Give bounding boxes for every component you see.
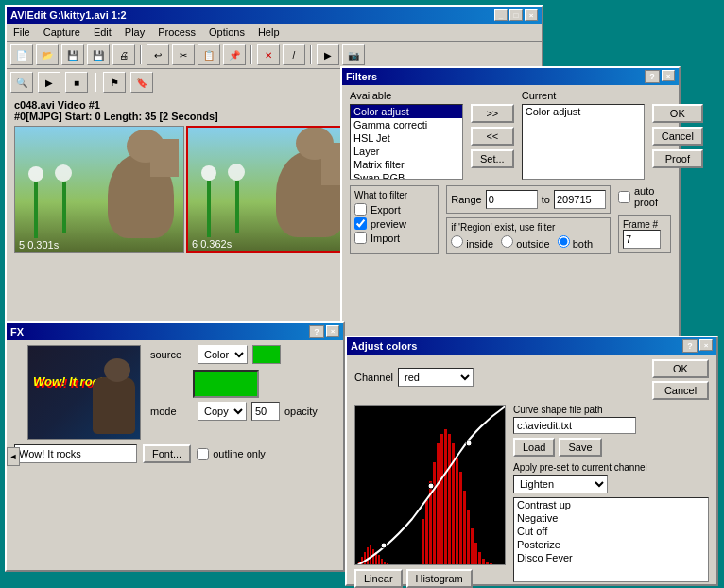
available-item-3[interactable]: Layer	[351, 145, 462, 158]
fx-close-button[interactable]: ×	[326, 325, 339, 337]
range-from-input[interactable]	[486, 190, 538, 209]
inside-radio[interactable]	[451, 235, 463, 248]
import-checkbox[interactable]	[354, 232, 367, 244]
menu-process[interactable]: Process	[155, 26, 198, 39]
frame-input[interactable]	[623, 230, 661, 249]
outline-row: outline only	[197, 448, 266, 460]
preset-item-4[interactable]: Disco Fever	[514, 551, 708, 564]
svg-rect-18	[440, 434, 443, 565]
fx-help-button[interactable]: ?	[309, 325, 324, 338]
mode-select[interactable]: Copy	[198, 402, 247, 421]
print-button[interactable]: 🖨	[112, 44, 135, 65]
close-button[interactable]: ×	[525, 9, 538, 21]
channel-select[interactable]: red	[398, 368, 474, 387]
camera-button[interactable]: 📷	[342, 44, 365, 65]
outline-checkbox[interactable]	[197, 448, 209, 460]
menu-help[interactable]: Help	[255, 26, 283, 39]
delete-button[interactable]: ✕	[257, 44, 280, 65]
presets-listbox[interactable]: Contrast up Negative Cut off Posterize D…	[513, 497, 709, 582]
histogram-area[interactable]	[354, 405, 506, 565]
filters-ok-button[interactable]: OK	[652, 104, 703, 123]
stop-button[interactable]: ■	[65, 72, 88, 93]
adjust-help-button[interactable]: ?	[682, 339, 698, 353]
load-button[interactable]: Load	[513, 438, 555, 457]
menu-play[interactable]: Play	[122, 26, 147, 39]
auto-proof-checkbox[interactable]	[618, 191, 630, 203]
open-button[interactable]: 📂	[36, 44, 59, 65]
histogram-button[interactable]: Histogram	[406, 569, 473, 588]
play-button[interactable]: ▶	[38, 72, 60, 93]
minimize-button[interactable]: _	[494, 9, 508, 21]
both-label[interactable]: both	[558, 235, 593, 250]
preview-checkbox[interactable]	[354, 217, 367, 230]
available-item-1[interactable]: Gamma correcti	[351, 118, 462, 131]
linear-button[interactable]: Linear	[354, 569, 403, 588]
fx-scroll-arrow[interactable]: ◄	[7, 447, 20, 466]
video-frame-1[interactable]: 5 0.301s	[14, 126, 184, 253]
curve-path-input[interactable]	[513, 417, 636, 434]
available-item-2[interactable]: HSL Jet	[351, 131, 462, 145]
cut-button[interactable]: ✂	[172, 44, 195, 65]
outside-radio[interactable]	[501, 235, 513, 248]
filters-proof-button[interactable]: Proof	[652, 149, 703, 168]
frame-section: Frame #	[618, 215, 671, 253]
adjust-cancel-button[interactable]: Cancel	[652, 381, 709, 400]
menu-options[interactable]: Options	[206, 26, 248, 39]
range-to-input[interactable]	[554, 190, 606, 209]
paste-button[interactable]: 📌	[223, 44, 246, 65]
undo-button[interactable]: ↩	[147, 44, 169, 65]
preset-item-0[interactable]: Contrast up	[514, 498, 708, 511]
spacer	[481, 359, 645, 400]
adjust-close-button[interactable]: ×	[699, 339, 713, 351]
font-button[interactable]: Font...	[143, 444, 191, 463]
preset-item-3[interactable]: Posterize	[514, 538, 708, 551]
preset-select[interactable]: Lighten	[513, 475, 608, 493]
filters-cancel-button[interactable]: Cancel	[652, 127, 703, 146]
current-item-0[interactable]: Color adjust	[523, 105, 644, 118]
bookmark-button[interactable]: 🔖	[130, 72, 153, 93]
remove-filter-button[interactable]: <<	[471, 127, 514, 146]
available-item-5[interactable]: Swap RGB	[351, 171, 462, 180]
inside-label[interactable]: inside	[451, 235, 493, 250]
preset-item-2[interactable]: Cut off	[514, 525, 708, 538]
save2-button[interactable]: 💾	[87, 44, 110, 65]
available-listbox[interactable]: Color adjust Gamma correcti HSL Jet Laye…	[350, 104, 463, 180]
export-checkbox[interactable]	[354, 203, 367, 216]
filters-help-button[interactable]: ?	[645, 70, 660, 83]
available-item-4[interactable]: Matrix filter	[351, 158, 462, 171]
menu-edit[interactable]: Edit	[91, 26, 114, 39]
filters-close-button[interactable]: ×	[662, 70, 675, 81]
preset-item-1[interactable]: Negative	[514, 511, 708, 525]
opacity-input[interactable]	[251, 402, 280, 421]
main-window-title: AVIEdit G:\kitty1.avi 1:2	[10, 9, 127, 21]
save-button[interactable]: Save	[559, 438, 601, 457]
new-button[interactable]: 📄	[10, 44, 33, 65]
color-swatch-large[interactable]	[193, 370, 259, 398]
fx-preview: Wow! It rocks	[27, 345, 141, 440]
svg-rect-12	[389, 564, 391, 565]
outside-label[interactable]: outside	[501, 235, 550, 250]
menu-capture[interactable]: Capture	[41, 26, 83, 39]
set-button[interactable]: Set...	[471, 149, 514, 168]
pencil-button[interactable]: /	[283, 44, 305, 65]
save-button[interactable]: 💾	[61, 44, 84, 65]
mode-label: mode	[150, 406, 193, 417]
menu-file[interactable]: File	[10, 26, 33, 39]
add-filter-button[interactable]: >>	[471, 104, 514, 123]
filters-title-buttons: ? ×	[643, 70, 675, 83]
video-frame-2[interactable]: 6 0.362s	[186, 126, 356, 253]
toolbar-sep3	[310, 45, 312, 64]
flag-button[interactable]: ⚑	[103, 72, 126, 93]
copy-button[interactable]: 📋	[198, 44, 220, 65]
zoom-button[interactable]: 🔍	[10, 72, 33, 93]
source-select[interactable]: Color	[198, 345, 248, 364]
adjust-ok-button[interactable]: OK	[652, 359, 709, 378]
current-listbox[interactable]: Color adjust	[522, 104, 645, 180]
both-radio[interactable]	[558, 235, 570, 248]
maximize-button[interactable]: □	[509, 9, 523, 21]
color-swatch[interactable]	[252, 345, 281, 364]
bottom-section: What to filter Export preview Import	[350, 185, 671, 254]
fx-text-input[interactable]	[14, 444, 137, 463]
video-button[interactable]: ▶	[317, 44, 339, 65]
available-item-0[interactable]: Color adjust	[351, 105, 462, 118]
